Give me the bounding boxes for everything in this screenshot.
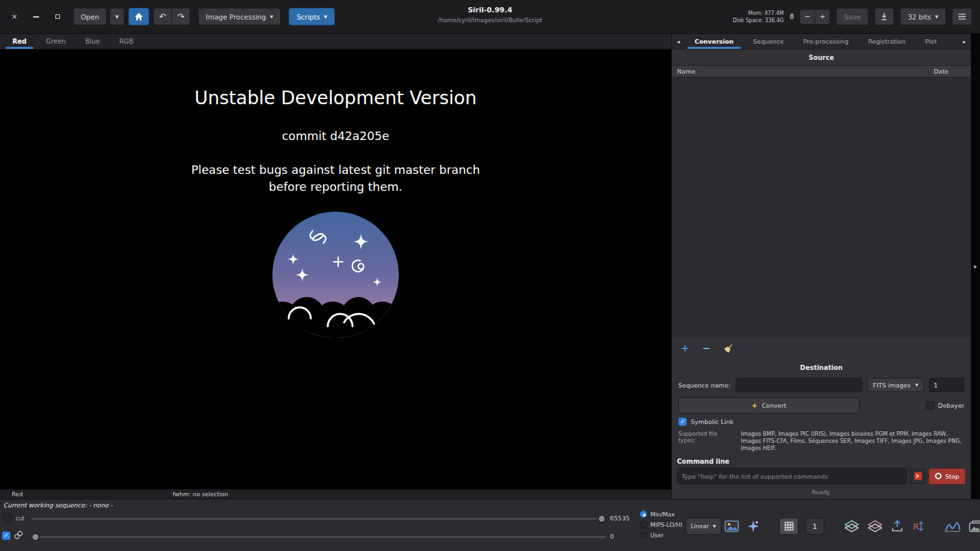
link-levels-checkbox[interactable] <box>2 531 10 540</box>
disk-space-label: Disk Space: 336.4G <box>733 17 784 24</box>
save-as-button[interactable] <box>874 8 894 25</box>
command-line-row: Stop <box>672 468 971 485</box>
home-button[interactable] <box>128 8 149 25</box>
command-line-title: Command line <box>672 452 971 468</box>
minimize-window-button[interactable] <box>31 12 41 22</box>
symbolic-link-checkbox[interactable]: Symbolic Link <box>672 414 971 425</box>
tabs-scroll-right-button[interactable]: ▸ <box>958 34 971 49</box>
stop-button[interactable]: Stop <box>929 468 966 485</box>
hamburger-menu-button[interactable] <box>952 8 972 25</box>
supported-types-label: Supported file types: <box>678 431 736 452</box>
tab-blue[interactable]: Blue <box>76 34 109 49</box>
viewer-status-bar: Red fwhm: no selection <box>0 489 671 499</box>
dev-banner-title: Unstable Development Version <box>0 87 671 109</box>
tabs-scroll-left-button[interactable]: ◂ <box>672 34 685 49</box>
channel-shift-button[interactable]: R <box>912 520 925 533</box>
save-button[interactable]: Save <box>836 8 869 25</box>
tab-preprocessing[interactable]: Pre-processing <box>794 34 859 49</box>
column-header-name[interactable]: Name <box>672 68 928 75</box>
radio-icon <box>640 531 647 539</box>
low-level-value: 0 <box>610 533 614 540</box>
low-level-slider[interactable] <box>31 536 606 538</box>
cut-checkbox[interactable] <box>4 514 12 522</box>
remove-files-button[interactable]: − <box>702 344 711 354</box>
tab-registration[interactable]: Registration <box>858 34 915 49</box>
radio-selected-icon <box>640 511 647 518</box>
minus-icon: − <box>805 12 811 21</box>
increase-threads-button[interactable]: + <box>814 9 830 25</box>
compare-layers-button[interactable] <box>844 520 859 533</box>
bottom-toolbar: 1 R <box>725 516 980 536</box>
status-channel: Red <box>12 491 23 498</box>
remove-icon: − <box>702 344 711 354</box>
mode-minmax-radio[interactable]: Min/Max <box>640 511 675 518</box>
export-icon <box>891 520 904 533</box>
tab-conversion[interactable]: Conversion <box>685 34 743 49</box>
app-title: Siril-0.99.4 <box>438 6 542 14</box>
redo-button[interactable]: ↷ <box>171 8 190 25</box>
chevron-down-icon: ▼ <box>115 15 119 20</box>
grid-icon <box>785 522 794 531</box>
window-title-block: Siril-0.99.4 /home/cyril/Images/siril/Bu… <box>438 6 542 23</box>
image-canvas[interactable]: Unstable Development Version commit d42a… <box>0 49 671 489</box>
tab-rgb[interactable]: RGB <box>109 34 143 49</box>
supported-file-types: Supported file types: Images BMP, Images… <box>672 425 971 452</box>
image-processing-menu-button[interactable]: Image Processing▼ <box>198 8 281 25</box>
undo-button[interactable]: ↶ <box>153 8 172 25</box>
add-icon: + <box>681 344 689 354</box>
close-window-button[interactable]: × <box>9 12 20 22</box>
convert-button[interactable]: Convert <box>678 397 859 414</box>
source-file-list[interactable] <box>672 78 971 337</box>
image-preview-button[interactable] <box>725 520 739 532</box>
sequence-name-label: Sequence name: <box>678 382 730 389</box>
open-button[interactable]: Open <box>73 8 107 25</box>
undo-icon: ↶ <box>159 12 166 21</box>
tab-red[interactable]: Red <box>3 34 36 49</box>
decrease-threads-button[interactable]: − <box>800 9 815 25</box>
display-mode-dropdown[interactable]: Linear▼ <box>685 518 721 535</box>
layers-alt-icon <box>867 520 883 533</box>
low-slider-handle[interactable] <box>31 533 40 541</box>
grid-view-button[interactable] <box>779 518 798 535</box>
high-slider-handle[interactable] <box>598 515 606 523</box>
siril-window: × Open ▼ ↶ ↷ Image Processing▼ Scripts▼ … <box>0 0 980 551</box>
channel-tab-bar: Red Green Blue RGB <box>0 34 671 49</box>
tab-green[interactable]: Green <box>36 34 76 49</box>
cut-label: cut <box>16 515 24 522</box>
chevron-down-icon: ▼ <box>713 524 716 528</box>
export-button[interactable] <box>891 520 904 533</box>
radio-icon <box>640 521 647 528</box>
status-ready: Ready. <box>672 485 971 499</box>
tab-sequence[interactable]: Sequence <box>743 34 794 49</box>
layers-icon <box>844 520 859 533</box>
sequence-name-input[interactable] <box>736 378 862 392</box>
image-icon <box>725 520 739 532</box>
tab-plot[interactable]: Plot <box>915 34 947 49</box>
high-level-slider[interactable] <box>31 518 606 520</box>
checkbox-checked-icon <box>678 417 687 426</box>
mode-mips-radio[interactable]: MIPS-LO/HI <box>640 521 682 528</box>
panel-expander[interactable]: ▸ <box>971 34 980 499</box>
command-log-button[interactable] <box>910 469 925 484</box>
histogram-button[interactable] <box>944 520 961 533</box>
open-recent-dropdown-button[interactable]: ▼ <box>109 8 124 25</box>
star-detection-button[interactable] <box>747 520 760 533</box>
command-input[interactable] <box>677 468 907 485</box>
clear-list-button[interactable] <box>723 343 734 354</box>
add-files-button[interactable]: + <box>681 344 689 354</box>
maximize-icon <box>55 14 60 19</box>
column-header-date[interactable]: Date <box>928 66 971 77</box>
scripts-menu-button[interactable]: Scripts▼ <box>289 8 335 25</box>
output-format-dropdown[interactable]: FITS images▼ <box>867 378 924 392</box>
maximize-window-button[interactable] <box>52 12 63 22</box>
siril-logo <box>270 212 401 342</box>
compare-layers-alt-button[interactable] <box>867 520 883 533</box>
image-list-button[interactable] <box>969 520 980 533</box>
debayer-checkbox[interactable]: Debayer <box>926 401 964 410</box>
start-index-input[interactable] <box>929 378 964 392</box>
bit-depth-dropdown[interactable]: 32 bits▼ <box>900 8 946 25</box>
memory-label: Mem: 477.4M <box>733 10 784 17</box>
single-view-button[interactable]: 1 <box>805 518 824 535</box>
mode-user-radio[interactable]: User <box>640 531 664 539</box>
channel-shift-icon: R <box>912 520 925 533</box>
